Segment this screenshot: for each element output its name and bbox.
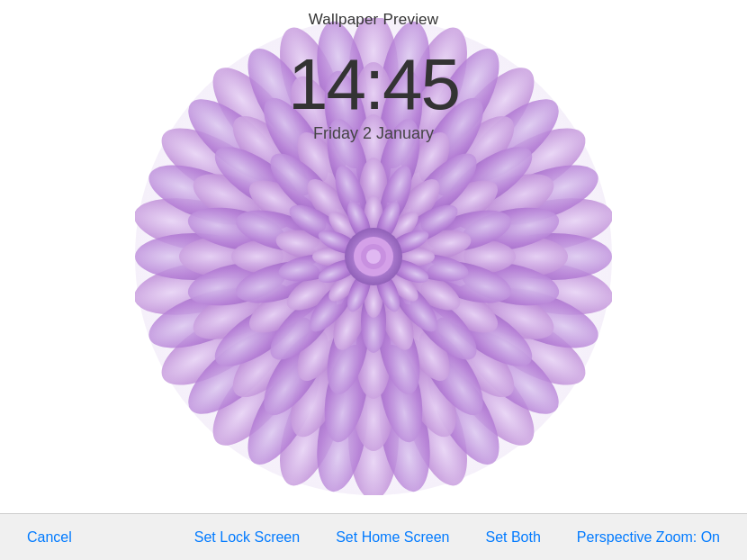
clock-display: 14:45	[0, 43, 747, 126]
set-both-button[interactable]: Set Both	[476, 522, 549, 553]
set-home-screen-button[interactable]: Set Home Screen	[327, 522, 458, 553]
perspective-zoom-toggle[interactable]: Perspective Zoom: On	[568, 522, 729, 553]
set-lock-screen-button[interactable]: Set Lock Screen	[185, 522, 309, 553]
cancel-button[interactable]: Cancel	[18, 522, 81, 553]
wallpaper-preview-title: Wallpaper Preview	[0, 11, 747, 29]
date-display: Friday 2 January	[0, 124, 747, 143]
svg-point-130	[366, 249, 381, 264]
wallpaper-preview-area: Wallpaper Preview 14:45 Friday 2 January	[0, 0, 747, 513]
bottom-toolbar: Cancel Set Lock Screen Set Home Screen S…	[0, 513, 747, 560]
toolbar-right-actions: Set Lock Screen Set Home Screen Set Both…	[185, 522, 729, 553]
